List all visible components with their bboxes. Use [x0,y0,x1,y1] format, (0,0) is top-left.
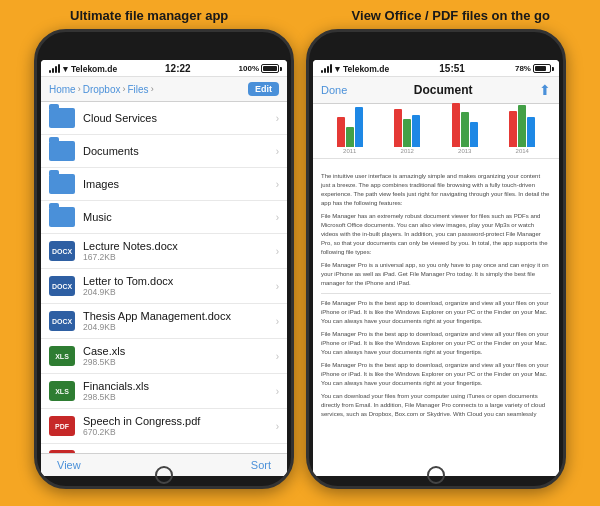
signal-icon [321,64,332,73]
chevron-icon: › [276,386,279,397]
battery-icon [261,64,279,73]
chevron-icon: › [276,281,279,292]
list-item[interactable]: XLS Case.xls 298.5KB › [41,339,287,374]
file-size: 167.2KB [83,252,268,262]
breadcrumb-home[interactable]: Home [49,84,76,95]
wifi-icon: ▾ [335,64,340,74]
chart-label: 2014 [516,148,529,154]
chart-label: 2011 [343,148,356,154]
right-phone: ▾ Telekom.de 15:51 78% Done Document ⬆ [306,29,566,489]
folder-icon [49,207,75,227]
list-item[interactable]: Documents › [41,135,287,168]
done-button[interactable]: Done [321,84,347,96]
right-time: 15:51 [439,63,465,74]
bar [355,107,363,147]
chart-label: 2013 [458,148,471,154]
bar [412,115,420,147]
breadcrumb-files[interactable]: Files [128,84,149,95]
list-item[interactable]: Music › [41,201,287,234]
file-size: 204.9KB [83,287,268,297]
chart-col-2011: 2011 [323,107,377,154]
file-name: Images [83,178,268,190]
bar [403,119,411,147]
home-button[interactable] [427,466,445,484]
list-item[interactable]: XLS Financials.xls 298.5KB › [41,374,287,409]
pdf-badge: PDF [49,416,75,436]
xls-badge: XLS [49,381,75,401]
paragraph-2: File Manager has an extremely robust doc… [321,212,551,257]
right-header-title: View Office / PDF files on the go [312,8,590,23]
left-status-bar: ▾ Telekom.de 12:22 100% [41,60,287,77]
bar [337,117,345,147]
file-name: Documents [83,145,268,157]
file-name: Case.xls [83,345,268,357]
right-battery: 78% [515,64,551,73]
chart-label: 2012 [401,148,414,154]
breadcrumb-dropbox[interactable]: Dropbox [83,84,121,95]
file-size: 670.2KB [83,427,268,437]
paragraph-1: The intuitive user interface is amazingl… [321,172,551,208]
chevron-icon: › [276,146,279,157]
file-size: 298.5KB [83,357,268,367]
chevron-icon: › [276,179,279,190]
paragraph-5: File Manager Pro is the best app to down… [321,330,551,357]
list-item[interactable]: DOCX Thesis App Management.docx 204.9KB … [41,304,287,339]
paragraph-6: File Manager Pro is the best app to down… [321,361,551,388]
file-size: 204.9KB [83,322,268,332]
list-item[interactable]: PDF Speech in Congress.pdf 670.2KB › [41,409,287,444]
chevron-icon: › [276,246,279,257]
folder-icon [49,108,75,128]
phones-container: ▾ Telekom.de 12:22 100% Home › Dropbox [0,29,600,506]
view-button[interactable]: View [57,459,81,471]
doc-divider [321,293,551,294]
chevron-icon: › [276,316,279,327]
list-item[interactable]: Images › [41,168,287,201]
paragraph-7: You can download your files from your co… [321,392,551,419]
docx-badge: DOCX [49,241,75,261]
bar [346,127,354,147]
bar [452,103,460,147]
file-size: 298.5KB [83,392,268,402]
bar [470,122,478,147]
bar [509,111,517,147]
file-name: Thesis App Management.docx [83,310,268,322]
signal-icon [49,64,60,73]
file-name: Letter to Tom.docx [83,275,268,287]
docx-badge: DOCX [49,276,75,296]
left-battery: 100% [239,64,279,73]
chart-col-2013: 2013 [438,103,492,154]
chart-col-2012: 2012 [381,109,435,154]
chevron-icon: › [276,212,279,223]
file-list: Cloud Services › Documents › Images › [41,102,287,476]
xls-badge: XLS [49,346,75,366]
document-title: Document [414,83,473,97]
home-button[interactable] [155,466,173,484]
bar [527,117,535,147]
file-name: Cloud Services [83,112,268,124]
paragraph-3: File Manager Pro is a universal app, so … [321,261,551,288]
folder-icon [49,174,75,194]
chart-area: 2011 2012 2013 [313,104,559,159]
chevron-icon: › [276,113,279,124]
file-name: Speech in Congress.pdf [83,415,268,427]
list-item[interactable]: DOCX Letter to Tom.docx 204.9KB › [41,269,287,304]
left-time: 12:22 [165,63,191,74]
left-carrier: Telekom.de [71,64,117,74]
bar [394,109,402,147]
right-status-bar: ▾ Telekom.de 15:51 78% [313,60,559,77]
paragraph-4: File Manager Pro is the best app to down… [321,299,551,326]
right-carrier: Telekom.de [343,64,389,74]
edit-button[interactable]: Edit [248,82,279,96]
document-content: The intuitive user interface is amazingl… [313,164,559,431]
chart-col-2014: 2014 [496,105,550,154]
doc-nav-bar: Done Document ⬆ [313,77,559,104]
sort-button[interactable]: Sort [251,459,271,471]
list-item[interactable]: Cloud Services › [41,102,287,135]
breadcrumb: Home › Dropbox › Files › [49,84,245,95]
file-name: Music [83,211,268,223]
file-name: Financials.xls [83,380,268,392]
list-item[interactable]: DOCX Lecture Notes.docx 167.2KB › [41,234,287,269]
chevron-icon: › [276,421,279,432]
share-button[interactable]: ⬆ [539,82,551,98]
bar [461,112,469,147]
